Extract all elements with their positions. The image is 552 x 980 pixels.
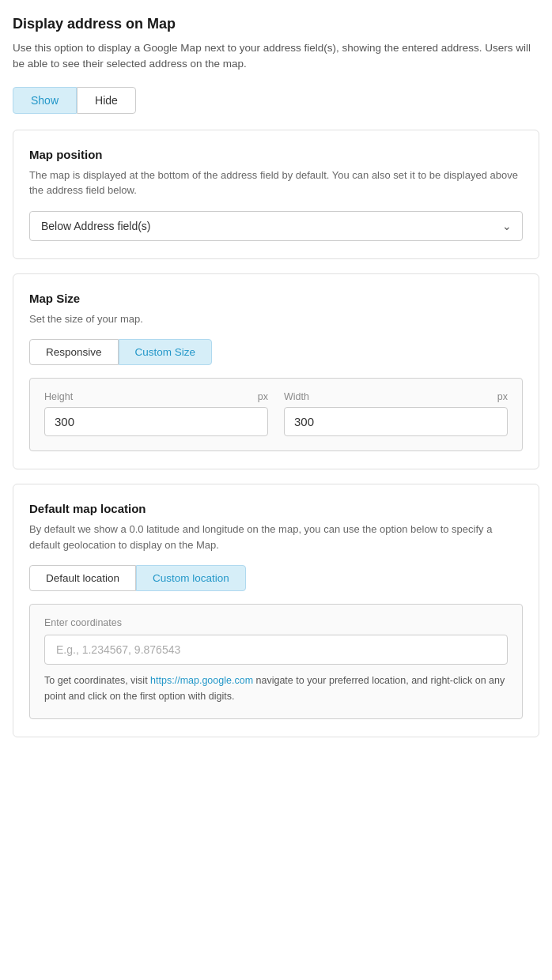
map-location-tab-group: Default location Custom location (29, 565, 523, 591)
width-field: Width px (284, 391, 508, 436)
map-position-select[interactable]: Below Address field(s) Above Address fie… (29, 211, 523, 241)
map-size-title: Map Size (29, 292, 523, 305)
width-label-row: Width px (284, 391, 508, 402)
size-inputs-container: Height px Width px (29, 378, 523, 451)
map-position-section: Map position The map is displayed at the… (13, 130, 539, 259)
visibility-toggle-group: Show Hide (13, 87, 539, 114)
show-button[interactable]: Show (13, 87, 77, 114)
height-label: Height (44, 391, 73, 402)
map-position-select-wrapper: Below Address field(s) Above Address fie… (29, 211, 523, 241)
map-location-desc: By default we show a 0.0 latitude and lo… (29, 522, 523, 552)
coord-hint-prefix: To get coordinates, visit (44, 675, 150, 686)
size-row: Height px Width px (44, 391, 508, 436)
map-position-title: Map position (29, 148, 523, 161)
default-location-tab[interactable]: Default location (29, 565, 136, 591)
height-input[interactable] (44, 407, 268, 436)
width-unit: px (497, 391, 508, 402)
width-input[interactable] (284, 407, 508, 436)
custom-size-tab[interactable]: Custom Size (119, 339, 213, 365)
coord-hint: To get coordinates, visit https://map.go… (44, 673, 508, 704)
map-position-desc: The map is displayed at the bottom of th… (29, 168, 523, 198)
hide-button[interactable]: Hide (77, 87, 136, 114)
coordinates-box: Enter coordinates To get coordinates, vi… (29, 604, 523, 719)
coord-label: Enter coordinates (44, 617, 508, 628)
height-field: Height px (44, 391, 268, 436)
coord-input[interactable] (44, 635, 508, 665)
custom-location-tab[interactable]: Custom location (136, 565, 246, 591)
map-size-desc: Set the size of your map. (29, 311, 523, 327)
map-size-tab-group: Responsive Custom Size (29, 339, 523, 365)
responsive-tab[interactable]: Responsive (29, 339, 119, 365)
page-description: Use this option to display a Google Map … (13, 40, 539, 73)
map-size-section: Map Size Set the size of your map. Respo… (13, 273, 539, 470)
map-location-title: Default map location (29, 502, 523, 515)
google-maps-link[interactable]: https://map.google.com (150, 675, 253, 686)
width-label: Width (284, 391, 309, 402)
page-title: Display address on Map (13, 16, 539, 32)
height-unit: px (258, 391, 268, 402)
map-location-section: Default map location By default we show … (13, 484, 539, 737)
height-label-row: Height px (44, 391, 268, 402)
